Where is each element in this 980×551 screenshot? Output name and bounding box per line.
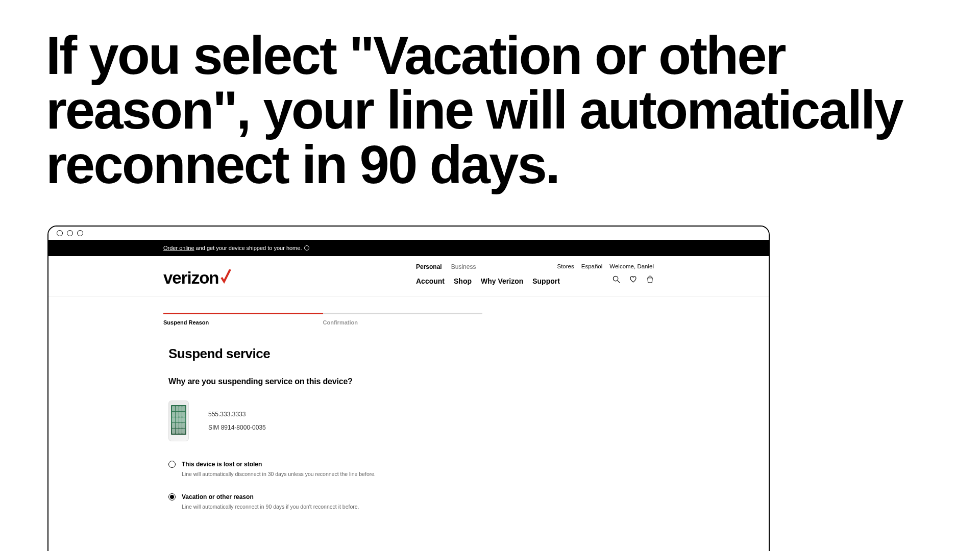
nav-utility: Stores Español Welcome, Daniel <box>557 263 654 269</box>
nav-personal[interactable]: Personal <box>416 263 442 270</box>
progress-bar <box>163 313 482 314</box>
svg-line-1 <box>618 281 620 283</box>
verizon-logo[interactable]: verizon <box>163 268 231 288</box>
nav-espanol[interactable]: Español <box>581 263 603 269</box>
device-block: 555.333.3333 SIM 8914-8000-0035 <box>168 400 769 441</box>
browser-chrome <box>48 227 769 240</box>
option-lost-stolen[interactable]: This device is lost or stolen Line will … <box>168 461 769 477</box>
logo-text: verizon <box>163 268 219 288</box>
page-title: Suspend service <box>168 346 769 362</box>
device-sim: SIM 8914-8000-0035 <box>208 421 266 434</box>
slide-headline: If you select "Vacation or other reason"… <box>46 28 980 192</box>
shopping-bag-icon[interactable] <box>646 276 654 283</box>
promo-link[interactable]: Order online <box>163 245 194 251</box>
radio-lost-stolen-label: This device is lost or stolen <box>182 461 262 468</box>
progress-step-1-bar <box>163 313 323 314</box>
nav-welcome[interactable]: Welcome, Daniel <box>609 263 654 269</box>
progress-labels: Suspend Reason Confirmation <box>163 316 482 325</box>
device-image <box>168 400 189 441</box>
radio-vacation-desc: Line will automatically reconnect in 90 … <box>182 504 769 510</box>
nav-business[interactable]: Business <box>451 263 476 270</box>
nav-account[interactable]: Account <box>416 277 445 285</box>
device-phone-number: 555.333.3333 <box>208 408 266 421</box>
radio-lost-stolen[interactable] <box>168 461 176 468</box>
nav-why-verizon[interactable]: Why Verizon <box>481 277 523 285</box>
radio-vacation[interactable] <box>168 493 176 500</box>
content-area: Suspend Reason Confirmation Suspend serv… <box>48 296 769 510</box>
traffic-light-close-icon[interactable] <box>57 230 63 236</box>
traffic-light-maximize-icon[interactable] <box>77 230 83 236</box>
heart-icon[interactable] <box>629 276 637 283</box>
nav-audience: Personal Business <box>416 263 476 270</box>
nav-stores[interactable]: Stores <box>557 263 574 269</box>
nav-main: Account Shop Why Verizon Support <box>416 277 560 285</box>
radio-vacation-label: Vacation or other reason <box>182 493 254 500</box>
logo-checkmark-icon <box>220 269 231 284</box>
promo-text: and get your device shipped to your home… <box>196 245 302 251</box>
nav-shop[interactable]: Shop <box>454 277 472 285</box>
device-info: 555.333.3333 SIM 8914-8000-0035 <box>208 408 266 435</box>
promo-bar: Order online and get your device shipped… <box>48 240 769 256</box>
browser-window: Order online and get your device shipped… <box>47 226 770 551</box>
progress-step-1-label[interactable]: Suspend Reason <box>163 316 323 325</box>
search-icon[interactable] <box>612 276 620 283</box>
nav-support[interactable]: Support <box>532 277 560 285</box>
progress-step-2-bar <box>323 313 483 314</box>
svg-point-0 <box>613 276 618 281</box>
progress-step-2-label: Confirmation <box>323 316 483 325</box>
nav-icons <box>612 276 654 283</box>
traffic-light-minimize-icon[interactable] <box>67 230 73 236</box>
radio-lost-stolen-desc: Line will automatically disconnect in 30… <box>182 471 769 477</box>
suspend-question: Why are you suspending service on this d… <box>168 377 769 386</box>
site-header: verizon Personal Business Account Shop W… <box>48 256 769 296</box>
option-vacation[interactable]: Vacation or other reason Line will autom… <box>168 493 769 510</box>
info-icon[interactable]: i <box>304 245 309 251</box>
